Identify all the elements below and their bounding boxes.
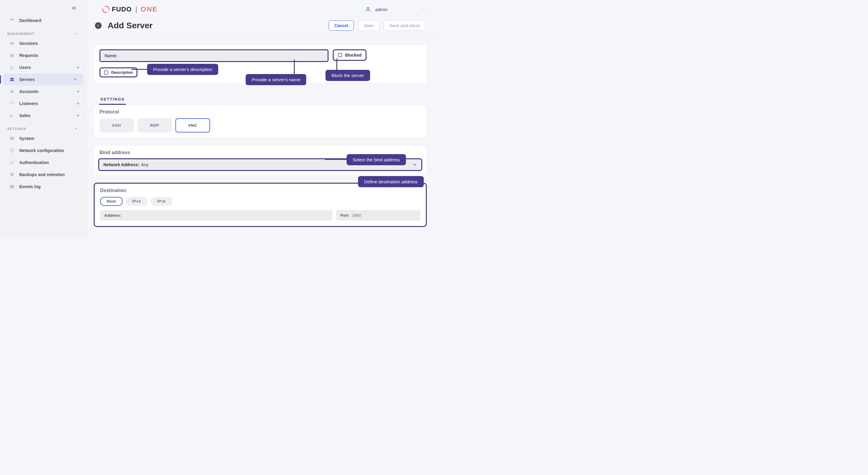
sidebar-item-listeners[interactable]: Listeners + <box>0 98 86 109</box>
destination-port-input[interactable]: Port: 5900 <box>336 210 421 220</box>
sidebar-collapse-button[interactable] <box>71 5 76 11</box>
sidebar-item-safes[interactable]: Safes + <box>0 109 86 122</box>
protocol-option-ssh[interactable]: SSH <box>99 118 134 132</box>
svg-rect-16 <box>10 185 14 186</box>
sidebar-item-label: Dashboard <box>19 18 41 23</box>
add-server-button[interactable]: + <box>74 77 76 82</box>
sidebar-item-label: Backups and retention <box>19 172 65 177</box>
brand-logo[interactable]: FUDO | ONE <box>101 5 158 13</box>
brand-name-1: FUDO <box>112 5 132 13</box>
camera-icon <box>9 40 15 46</box>
chevron-double-left-icon <box>71 5 76 11</box>
user-menu[interactable]: admin <box>365 6 426 12</box>
archive-icon <box>9 172 15 178</box>
fudo-swirl-icon <box>101 5 110 13</box>
sidebar-item-label: Requests <box>19 53 38 58</box>
svg-rect-6 <box>10 80 14 81</box>
sidebar-item-servers[interactable]: Servers + <box>3 73 83 86</box>
sidebar-item-label: Authentication <box>19 160 49 165</box>
sidebar-item-requests[interactable]: Requests <box>0 49 86 61</box>
form-tabs: SETTINGS <box>94 91 427 105</box>
add-listener-button[interactable]: + <box>77 101 80 106</box>
add-account-button[interactable]: + <box>77 89 80 94</box>
blocked-checkbox[interactable]: Blocked <box>333 49 367 61</box>
sidebar-item-label: Sessions <box>19 41 38 46</box>
server-icon <box>9 76 15 82</box>
chevron-down-icon <box>412 162 417 167</box>
sidebar-item-network[interactable]: Network configuration <box>0 144 86 157</box>
svg-rect-10 <box>12 114 12 116</box>
sidebar-item-label: Accounts <box>19 89 38 94</box>
svg-point-8 <box>12 103 13 104</box>
checkbox-icon <box>338 53 342 57</box>
sidebar-item-label: Listeners <box>19 101 38 106</box>
key-icon <box>9 160 15 166</box>
checkbox-icon <box>104 70 108 75</box>
callout-description: Provide a server's description <box>147 64 218 75</box>
callout-destination: Define destination address <box>358 176 424 187</box>
antenna-icon <box>9 101 15 107</box>
svg-rect-14 <box>10 174 14 176</box>
sidebar-item-auth[interactable]: Authentication <box>0 157 86 169</box>
topbar: FUDO | ONE admin <box>87 0 434 19</box>
save-close-button[interactable]: Save and close <box>384 21 426 31</box>
chevron-up-icon <box>74 127 78 131</box>
add-user-button[interactable]: + <box>77 65 80 70</box>
page-header: Add Server Cancel Save Save and close <box>87 19 434 37</box>
globe-icon <box>9 147 15 154</box>
chevron-down-icon <box>422 7 426 11</box>
sidebar-section-management[interactable]: MANAGEMENT <box>0 27 86 37</box>
svg-point-12 <box>10 162 12 164</box>
tab-settings[interactable]: SETTINGS <box>99 95 126 105</box>
chevron-up-icon <box>74 32 78 36</box>
add-safe-button[interactable]: + <box>77 113 80 118</box>
arrow-left-icon <box>97 24 100 27</box>
svg-rect-0 <box>10 42 13 44</box>
sidebar: Dashboard MANAGEMENT Sessions Requests U… <box>0 0 87 238</box>
destination-tab-ipv6[interactable]: IPv6 <box>150 197 173 206</box>
save-button[interactable]: Save <box>358 21 379 31</box>
sidebar-item-label: Servers <box>19 77 35 82</box>
svg-point-3 <box>11 66 12 67</box>
main-content: FUDO | ONE admin Add Server Cancel Save … <box>87 0 434 238</box>
page-title: Add Server <box>107 21 153 30</box>
sidebar-section-settings[interactable]: SETTINGS <box>0 122 86 132</box>
sidebar-item-label: Safes <box>19 113 30 118</box>
badge-icon <box>9 89 15 95</box>
protocol-card: Protocol SSH RDP VNC <box>94 105 427 138</box>
svg-rect-1 <box>10 55 14 57</box>
briefcase-icon <box>9 53 15 58</box>
sidebar-item-events[interactable]: Events log <box>0 181 86 193</box>
back-button[interactable] <box>95 22 101 29</box>
sidebar-item-dashboard[interactable]: Dashboard <box>0 14 86 27</box>
user-name: admin <box>375 7 388 12</box>
sidebar-item-label: Network configuration <box>19 148 64 153</box>
svg-rect-2 <box>11 54 13 55</box>
callout-bind: Select the bind address <box>347 154 406 165</box>
protocol-option-vnc[interactable]: VNC <box>176 118 210 132</box>
sidebar-item-label: Users <box>19 65 31 70</box>
sidebar-item-sessions[interactable]: Sessions <box>0 37 86 49</box>
callout-block: Block the server <box>326 70 370 81</box>
sidebar-item-label: System <box>19 136 34 141</box>
svg-rect-7 <box>10 90 14 93</box>
brand-name-2: ONE <box>141 5 158 13</box>
sidebar-item-users[interactable]: Users + <box>0 61 86 73</box>
destination-card: Destination Host IPv4 IPv6 Address: Port… <box>94 183 427 227</box>
protocol-option-rdp[interactable]: RDP <box>137 118 172 132</box>
destination-address-input[interactable]: Address: <box>100 210 333 220</box>
svg-point-9 <box>10 115 12 117</box>
callout-name: Provide a server's name <box>246 74 306 85</box>
sidebar-item-accounts[interactable]: Accounts + <box>0 86 86 98</box>
folder-icon <box>9 135 15 141</box>
cancel-button[interactable]: Cancel <box>329 21 354 31</box>
gauge-icon <box>9 18 15 24</box>
svg-rect-13 <box>10 173 14 174</box>
sidebar-item-system[interactable]: System <box>0 132 86 144</box>
svg-point-4 <box>12 66 13 67</box>
key-icon <box>9 112 15 118</box>
destination-tab-host[interactable]: Host <box>100 197 123 206</box>
sidebar-item-backups[interactable]: Backups and retention <box>0 169 86 181</box>
destination-tab-ipv4[interactable]: IPv4 <box>126 197 148 206</box>
user-icon <box>365 6 371 12</box>
